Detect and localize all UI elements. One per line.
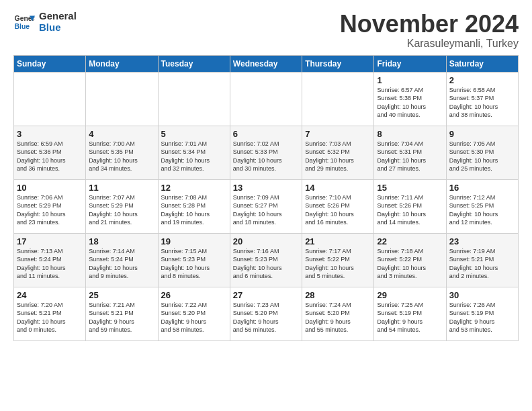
day-cell: 4Sunrise: 7:00 AMSunset: 5:35 PMDaylight…: [86, 126, 158, 179]
day-cell: 6Sunrise: 7:02 AMSunset: 5:33 PMDaylight…: [230, 126, 302, 179]
day-info: Sunrise: 7:22 AMSunset: 5:20 PMDaylight:…: [161, 301, 227, 334]
day-number: 8: [377, 129, 443, 139]
day-cell: 13Sunrise: 7:09 AMSunset: 5:27 PMDayligh…: [230, 179, 302, 233]
day-info: Sunrise: 7:04 AMSunset: 5:31 PMDaylight:…: [377, 140, 443, 173]
day-number: 11: [89, 183, 154, 193]
day-cell: 9Sunrise: 7:05 AMSunset: 5:30 PMDaylight…: [446, 126, 518, 179]
day-number: 25: [89, 290, 154, 300]
column-header-monday: Monday: [86, 55, 158, 72]
day-info: Sunrise: 7:03 AMSunset: 5:32 PMDaylight:…: [305, 140, 371, 173]
day-cell: 8Sunrise: 7:04 AMSunset: 5:31 PMDaylight…: [374, 126, 446, 179]
day-number: 26: [161, 290, 227, 300]
day-info: Sunrise: 7:13 AMSunset: 5:24 PMDaylight:…: [17, 247, 83, 281]
day-number: 1: [377, 75, 443, 85]
day-cell: 20Sunrise: 7:16 AMSunset: 5:23 PMDayligh…: [230, 233, 302, 287]
column-header-thursday: Thursday: [302, 55, 374, 72]
day-number: 24: [17, 290, 83, 300]
day-cell: 15Sunrise: 7:11 AMSunset: 5:26 PMDayligh…: [374, 179, 446, 233]
day-cell: 5Sunrise: 7:01 AMSunset: 5:34 PMDaylight…: [158, 126, 230, 179]
day-cell: [302, 72, 374, 126]
day-number: 15: [377, 183, 443, 193]
logo: General Blue General Blue: [13, 11, 77, 33]
day-cell: 2Sunrise: 6:58 AMSunset: 5:37 PMDaylight…: [446, 72, 518, 126]
day-number: 22: [377, 236, 443, 246]
day-info: Sunrise: 7:11 AMSunset: 5:26 PMDaylight:…: [377, 193, 443, 227]
day-number: 29: [377, 290, 443, 300]
day-info: Sunrise: 7:05 AMSunset: 5:30 PMDaylight:…: [449, 140, 515, 173]
day-cell: 28Sunrise: 7:24 AMSunset: 5:20 PMDayligh…: [302, 287, 374, 340]
day-number: 16: [449, 183, 515, 193]
day-cell: 22Sunrise: 7:18 AMSunset: 5:22 PMDayligh…: [374, 233, 446, 287]
day-info: Sunrise: 7:23 AMSunset: 5:20 PMDaylight:…: [233, 301, 299, 334]
day-cell: 27Sunrise: 7:23 AMSunset: 5:20 PMDayligh…: [230, 287, 302, 340]
column-header-saturday: Saturday: [446, 55, 518, 72]
day-cell: 7Sunrise: 7:03 AMSunset: 5:32 PMDaylight…: [302, 126, 374, 179]
column-header-tuesday: Tuesday: [158, 55, 230, 72]
day-info: Sunrise: 7:26 AMSunset: 5:19 PMDaylight:…: [449, 301, 515, 334]
page: General Blue General Blue November 2024 …: [0, 0, 532, 348]
day-info: Sunrise: 7:10 AMSunset: 5:26 PMDaylight:…: [305, 193, 371, 227]
logo-line1: General: [39, 11, 77, 22]
day-cell: 25Sunrise: 7:21 AMSunset: 5:21 PMDayligh…: [86, 287, 158, 340]
day-cell: 29Sunrise: 7:25 AMSunset: 5:19 PMDayligh…: [374, 287, 446, 340]
day-number: 19: [161, 236, 227, 246]
day-cell: 14Sunrise: 7:10 AMSunset: 5:26 PMDayligh…: [302, 179, 374, 233]
day-cell: 18Sunrise: 7:14 AMSunset: 5:24 PMDayligh…: [86, 233, 158, 287]
day-number: 18: [89, 236, 154, 246]
day-number: 27: [233, 290, 299, 300]
day-number: 17: [17, 236, 83, 246]
day-number: 3: [17, 129, 83, 139]
day-cell: 17Sunrise: 7:13 AMSunset: 5:24 PMDayligh…: [14, 233, 86, 287]
day-cell: 11Sunrise: 7:07 AMSunset: 5:29 PMDayligh…: [86, 179, 158, 233]
day-cell: 30Sunrise: 7:26 AMSunset: 5:19 PMDayligh…: [446, 287, 518, 340]
day-number: 20: [233, 236, 299, 246]
day-info: Sunrise: 7:00 AMSunset: 5:35 PMDaylight:…: [89, 140, 154, 173]
day-number: 6: [233, 129, 299, 139]
header-section: General Blue General Blue November 2024 …: [13, 11, 519, 50]
week-row-1: 1Sunrise: 6:57 AMSunset: 5:38 PMDaylight…: [14, 72, 519, 126]
day-cell: 3Sunrise: 6:59 AMSunset: 5:36 PMDaylight…: [14, 126, 86, 179]
day-info: Sunrise: 6:57 AMSunset: 5:38 PMDaylight:…: [377, 86, 443, 120]
day-cell: [14, 72, 86, 126]
day-info: Sunrise: 7:12 AMSunset: 5:25 PMDaylight:…: [449, 193, 515, 227]
day-number: 5: [161, 129, 227, 139]
day-info: Sunrise: 7:19 AMSunset: 5:21 PMDaylight:…: [449, 247, 515, 281]
day-cell: 21Sunrise: 7:17 AMSunset: 5:22 PMDayligh…: [302, 233, 374, 287]
day-info: Sunrise: 6:59 AMSunset: 5:36 PMDaylight:…: [17, 140, 83, 173]
day-number: 10: [17, 183, 83, 193]
day-number: 4: [89, 129, 154, 139]
day-number: 28: [305, 290, 371, 300]
svg-text:Blue: Blue: [15, 22, 30, 30]
day-info: Sunrise: 7:20 AMSunset: 5:21 PMDaylight:…: [17, 301, 83, 334]
location-subtitle: Karasuleymanli, Turkey: [340, 38, 519, 50]
logo-icon: General Blue: [13, 11, 35, 33]
day-info: Sunrise: 7:25 AMSunset: 5:19 PMDaylight:…: [377, 301, 443, 334]
day-number: 23: [449, 236, 515, 246]
column-header-wednesday: Wednesday: [230, 55, 302, 72]
day-cell: 10Sunrise: 7:06 AMSunset: 5:29 PMDayligh…: [14, 179, 86, 233]
week-row-5: 24Sunrise: 7:20 AMSunset: 5:21 PMDayligh…: [14, 287, 519, 340]
day-info: Sunrise: 7:21 AMSunset: 5:21 PMDaylight:…: [89, 301, 154, 334]
day-number: 12: [161, 183, 227, 193]
day-cell: 12Sunrise: 7:08 AMSunset: 5:28 PMDayligh…: [158, 179, 230, 233]
day-number: 21: [305, 236, 371, 246]
day-info: Sunrise: 7:17 AMSunset: 5:22 PMDaylight:…: [305, 247, 371, 281]
day-number: 2: [449, 75, 515, 85]
day-info: Sunrise: 7:01 AMSunset: 5:34 PMDaylight:…: [161, 140, 227, 173]
calendar-table: SundayMondayTuesdayWednesdayThursdayFrid…: [13, 55, 519, 341]
week-row-3: 10Sunrise: 7:06 AMSunset: 5:29 PMDayligh…: [14, 179, 519, 233]
month-title: November 2024: [340, 11, 519, 38]
calendar-header-row: SundayMondayTuesdayWednesdayThursdayFrid…: [14, 55, 519, 72]
column-header-friday: Friday: [374, 55, 446, 72]
day-number: 13: [233, 183, 299, 193]
title-section: November 2024 Karasuleymanli, Turkey: [340, 11, 519, 50]
day-cell: [86, 72, 158, 126]
week-row-4: 17Sunrise: 7:13 AMSunset: 5:24 PMDayligh…: [14, 233, 519, 287]
day-info: Sunrise: 7:06 AMSunset: 5:29 PMDaylight:…: [17, 193, 83, 227]
day-info: Sunrise: 7:16 AMSunset: 5:23 PMDaylight:…: [233, 247, 299, 281]
column-header-sunday: Sunday: [14, 55, 86, 72]
day-info: Sunrise: 7:14 AMSunset: 5:24 PMDaylight:…: [89, 247, 154, 281]
day-cell: 19Sunrise: 7:15 AMSunset: 5:23 PMDayligh…: [158, 233, 230, 287]
day-info: Sunrise: 7:08 AMSunset: 5:28 PMDaylight:…: [161, 193, 227, 227]
day-info: Sunrise: 6:58 AMSunset: 5:37 PMDaylight:…: [449, 86, 515, 120]
